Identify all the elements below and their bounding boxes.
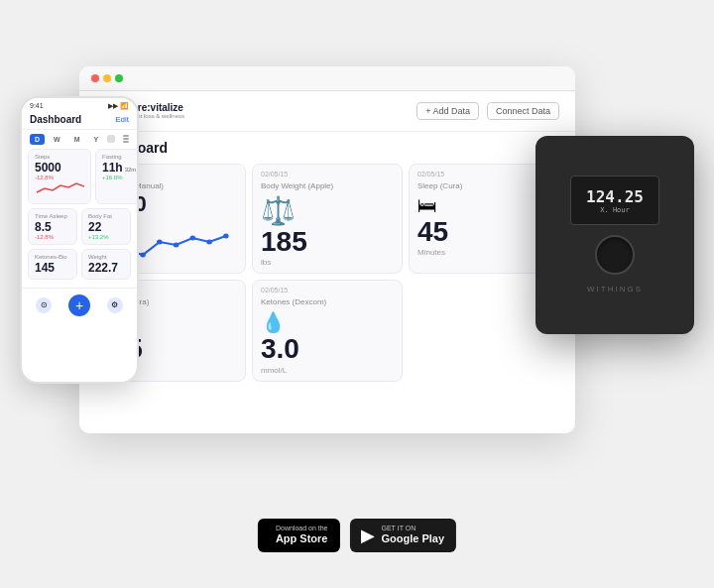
phone-card-fasting: Fasting 11h 32m +16.0%: [95, 149, 137, 204]
phone-fasting-value: 11h: [102, 161, 123, 175]
phone-card-ketones: Ketones-Bio 145: [28, 249, 77, 280]
metric-unit-bw: lbs: [261, 258, 394, 267]
phone-status-bar: 9:41 ▶▶ 📶: [22, 98, 137, 112]
scale-screen: 124.25 X. Hour: [570, 176, 659, 225]
phone-app-header: Dashboard Edit: [22, 112, 137, 130]
dashboard-area: Dashboard 02/05/15 Fasting (Manual) 25.0…: [79, 132, 575, 426]
google-badge[interactable]: ▶ GET IT ON Google Play: [349, 519, 456, 552]
phone-mockup: 9:41 ▶▶ 📶 Dashboard Edit D W M Y Steps 5…: [20, 96, 139, 384]
apple-main-text: App Store: [276, 532, 328, 545]
tab-w[interactable]: W: [49, 134, 65, 145]
phone-steps-title: Steps: [35, 154, 84, 160]
minimize-dot: [103, 74, 111, 82]
phone-dashboard-title: Dashboard: [30, 114, 81, 125]
tab-y[interactable]: Y: [89, 134, 104, 145]
logo-vitalize: re:vitalize: [138, 102, 183, 113]
svg-point-4: [174, 242, 179, 247]
scale-icon-small: ⚖️: [261, 194, 394, 227]
phone-fasting-change: +16.0%: [102, 175, 136, 180]
phone-bodyfat-title: Body Fat: [88, 213, 124, 219]
phone-metric-row-1: Steps 5000 -12.8% Fasting 11h 32m +16.0%: [28, 149, 131, 204]
phone-card-bodyfat: Body Fat 22 +13.2%: [81, 208, 131, 245]
google-main-text: Google Play: [381, 532, 444, 545]
metric-card-bodyweight: 02/05/15 Body Weight (Apple) ⚖️ 185 lbs: [252, 164, 403, 275]
metric-value-bw: 185: [261, 227, 394, 258]
settings-icon[interactable]: ⚙: [107, 297, 123, 313]
apple-top-text: Download on the: [276, 525, 328, 532]
steps-sparkline: [35, 180, 84, 195]
svg-point-7: [223, 233, 229, 238]
scale-brand: WITHINGS: [587, 285, 643, 294]
tab-m[interactable]: M: [69, 134, 85, 145]
metric-value-sm: 45: [417, 217, 550, 248]
scale-button[interactable]: [595, 235, 635, 275]
browser-header: [79, 66, 575, 91]
google-badge-text: GET IT ON Google Play: [381, 525, 444, 546]
grid-icon: [107, 135, 115, 143]
phone-card-weight: Weight 222.7: [81, 249, 131, 280]
metric-value-k: 3.0: [261, 334, 394, 365]
phone-card-steps: Steps 5000 -12.8%: [28, 149, 91, 204]
phone-time: 9:41: [30, 102, 44, 109]
phone-tabs: D W M Y: [22, 130, 137, 149]
metric-label-bw: Body Weight (Apple): [261, 181, 394, 190]
phone-metrics: Steps 5000 -12.8% Fasting 11h 32m +16.0%: [22, 149, 137, 284]
phone-sleep-change: -12.8%: [35, 234, 70, 240]
browser-dots: [91, 74, 123, 82]
phone-sleep-value: 8.5: [35, 220, 70, 234]
header-actions: + Add Data Connect Data: [416, 102, 559, 120]
connect-data-button[interactable]: Connect Data: [487, 102, 559, 120]
phone-weight-title: Weight: [88, 254, 124, 260]
phone-sleep-title: Time Asleep: [35, 213, 70, 219]
svg-point-2: [140, 252, 146, 257]
metric-date-k: 02/05/15: [261, 287, 394, 294]
app-header: re:re:vitalize weight loss & wellness + …: [79, 91, 575, 132]
metric-card-ketones: 02/05/15 Ketones (Dexcom) 💧 3.0 mmol/L: [252, 280, 403, 382]
scale-mockup: 124.25 X. Hour WITHINGS: [536, 136, 694, 334]
sleep-icon: 🛏: [417, 194, 550, 217]
close-dot: [91, 74, 99, 82]
metric-date-sm: 02/05/15: [417, 171, 550, 177]
maximize-dot: [115, 74, 123, 82]
metrics-grid: 02/05/15 Fasting (Manual) 25.0 Pounds: [95, 164, 559, 383]
phone-metric-row-3: Ketones-Bio 145 Weight 222.7: [28, 249, 131, 280]
phone-bottom-bar: ⊙ + ⚙: [22, 288, 137, 322]
phone-bodyfat-value: 22: [88, 220, 124, 234]
list-icon: [123, 135, 129, 143]
apple-badge[interactable]: Download on the App Store: [258, 519, 340, 552]
phone-bodyfat-change: +13.2%: [88, 234, 124, 240]
svg-point-3: [157, 239, 163, 244]
phone-ketones-title: Ketones-Bio: [35, 254, 70, 260]
apple-badge-text: Download on the App Store: [276, 525, 328, 546]
phone-card-sleep: Time Asleep 8.5 -12.8%: [28, 208, 77, 245]
phone-ketones-value: 145: [35, 261, 70, 275]
main-scene: re:re:vitalize weight loss & wellness + …: [20, 17, 694, 572]
scale-sub: X. Hour: [600, 206, 630, 214]
google-top-text: GET IT ON: [381, 525, 444, 532]
metric-label-k: Ketones (Dexcom): [261, 297, 394, 306]
scale-reading: 124.25: [586, 187, 644, 206]
phone-edit-button[interactable]: Edit: [115, 115, 129, 124]
phone-steps-value: 5000: [35, 161, 84, 175]
metric-unit-k: mmol/L: [261, 366, 394, 375]
home-icon[interactable]: ⊙: [36, 297, 52, 313]
app-badges: Download on the App Store ▶ GET IT ON Go…: [258, 519, 456, 552]
svg-point-5: [190, 235, 196, 240]
phone-weight-value: 222.7: [88, 261, 124, 275]
add-data-button[interactable]: + Add Data: [416, 102, 479, 120]
metric-date-bw: 02/05/15: [261, 171, 394, 177]
phone-icons: ▶▶ 📶: [108, 102, 129, 110]
dashboard-title: Dashboard: [95, 140, 559, 156]
google-play-icon: ▶: [361, 527, 375, 544]
tab-d[interactable]: D: [30, 134, 45, 145]
phone-metric-row-2: Time Asleep 8.5 -12.8% Body Fat 22 +13.2…: [28, 208, 131, 245]
metric-label-sm: Sleep (Cura): [417, 181, 550, 190]
browser-window: re:re:vitalize weight loss & wellness + …: [79, 66, 575, 433]
fasting-sub: 32m: [125, 167, 137, 173]
phone-fasting-title: Fasting: [102, 154, 136, 160]
svg-point-6: [206, 239, 212, 244]
metric-unit-sm: Minutes: [417, 248, 550, 257]
add-fab[interactable]: +: [68, 294, 90, 316]
ketone-icon: 💧: [261, 310, 394, 334]
browser-content: re:re:vitalize weight loss & wellness + …: [79, 91, 575, 426]
